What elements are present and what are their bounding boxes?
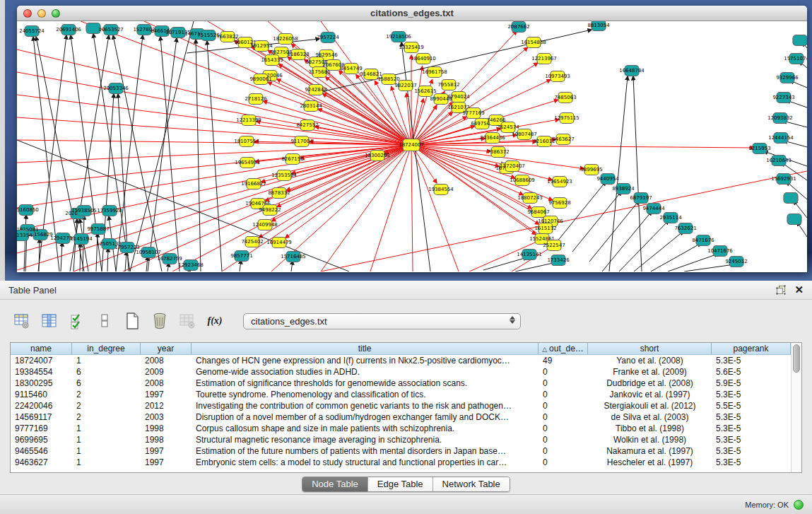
graph-node[interactable]: 9463627 [552, 134, 574, 145]
table-row[interactable]: 1938455462009Genome-wide association stu… [11, 366, 791, 378]
graph-node[interactable]: 12353594 [271, 170, 297, 181]
select-rows-icon[interactable] [68, 312, 86, 330]
table-row[interactable]: 1872400712008Changes of HCN gene express… [11, 355, 791, 366]
graph-node[interactable]: 7957224 [317, 33, 339, 43]
table-row[interactable]: 1830029562008Estimation of significance … [11, 378, 791, 389]
table-row[interactable]: 977716911998Corpus callosum shape and si… [11, 423, 791, 434]
graph-node[interactable]: 24055724 [19, 26, 45, 37]
graph-node[interactable]: 8813054 [587, 21, 610, 31]
column-header-short[interactable]: short [588, 343, 712, 354]
graph-node[interactable]: 25160850 [17, 205, 39, 216]
graph-node[interactable]: 18640910 [411, 54, 436, 64]
graph-node[interactable]: 7955812 [437, 80, 459, 90]
show-columns-icon[interactable] [40, 312, 59, 330]
graph-node[interactable]: 10973493 [545, 71, 570, 82]
graph-node[interactable]: 7485063 [554, 93, 576, 103]
table-row[interactable]: 969969511998Structural magnetic resonanc… [11, 434, 791, 445]
table-header-row: namein_degreeyeartitle△out_de…shortpager… [11, 343, 791, 355]
table-row[interactable]: 911546021997Tourette syndrome. Phenomeno… [11, 389, 791, 400]
graph-node[interactable]: 9227343 [772, 93, 794, 103]
graph-node[interactable]: 10688609 [510, 175, 535, 186]
network-canvas[interactable]: 7663822986012559129541822605898275091654… [17, 21, 807, 271]
scrollbar-thumb[interactable] [793, 344, 800, 373]
graph-node[interactable]: 17359928 [97, 206, 122, 216]
graph-node[interactable]: 19166827 [241, 179, 266, 189]
graph-node[interactable]: 9756928 [548, 198, 570, 209]
graph-node[interactable] [793, 35, 807, 46]
network-window-titlebar[interactable]: citations_edges.txt [17, 6, 807, 21]
column-header-name[interactable]: name [11, 343, 72, 354]
graph-node[interactable]: 16648784 [619, 66, 645, 76]
graph-node-label: 7955812 [437, 82, 459, 88]
graph-node[interactable]: 12444154 [768, 133, 794, 144]
tab-edge-table[interactable]: Edge Table [368, 477, 433, 491]
graph-node[interactable]: 9440954 [596, 174, 619, 185]
graph-node[interactable]: 15692931 [771, 174, 796, 185]
tab-network-table[interactable]: Network Table [433, 477, 510, 491]
column-header-pagerank[interactable]: pagerank [712, 343, 791, 354]
close-panel-icon[interactable]: ✕ [794, 285, 804, 295]
graph-node[interactable]: 2935114 [659, 213, 682, 223]
table-row[interactable]: 946554611997Estimation of the future num… [11, 445, 791, 457]
graph-node[interactable]: 8938924 [612, 184, 635, 194]
graph-node[interactable]: 8471676 [692, 235, 714, 246]
graph-node[interactable]: 12213967 [531, 54, 557, 64]
graph-node[interactable]: 7632621 [674, 223, 696, 234]
graph-node[interactable]: 10653527 [98, 25, 124, 35]
graph-node[interactable]: 2087662 [507, 22, 529, 33]
black-edge [160, 37, 180, 271]
graph-node[interactable]: 19654933 [235, 158, 260, 168]
table-row[interactable]: 946362711997Embryonic stem cells: a mode… [11, 457, 791, 468]
float-panel-icon[interactable] [776, 285, 786, 295]
table-cell: Yano et al. (2008) [588, 355, 712, 366]
graph-node[interactable]: 12975115 [554, 113, 579, 124]
graph-node[interactable]: 6879197 [630, 193, 652, 204]
new-column-icon[interactable] [123, 312, 141, 330]
table-cell: 9777169 [11, 423, 72, 434]
red-edge [411, 145, 552, 180]
table-row[interactable]: 1456911722003Disruption of a novel membe… [11, 411, 791, 423]
graph-node[interactable]: 2718126 [245, 94, 267, 105]
graph-node[interactable]: 19384554 [428, 185, 454, 195]
graph-node[interactable]: 16154838 [521, 37, 546, 48]
graph-node[interactable]: 12093832 [767, 113, 793, 124]
tab-node-table[interactable]: Node Table [302, 477, 368, 491]
graph-node[interactable]: 9857771 [230, 251, 252, 262]
graph-node[interactable]: 7425402 [241, 237, 263, 247]
graph-node[interactable]: 9899695 [580, 165, 602, 175]
graph-node[interactable]: 15751074 [784, 54, 807, 64]
table-row[interactable]: 2242004622012Investigating the contribut… [11, 400, 791, 411]
graph-node[interactable]: 20691406 [56, 25, 81, 35]
graph-node[interactable]: 1562615 [414, 86, 436, 97]
graph-node-label: 12975115 [554, 115, 579, 121]
column-header-in_degree[interactable]: in_degree [72, 343, 141, 354]
delete-column-icon[interactable] [151, 312, 169, 330]
graph-node[interactable]: 16961758 [422, 67, 447, 78]
graph-node-label: 9463627 [552, 136, 574, 142]
graph-node[interactable]: 16210643 [766, 156, 792, 166]
table-cell: Corpus callosum shape and size in male p… [192, 423, 539, 434]
table-mode-icon[interactable] [13, 312, 31, 330]
table-cell: 9699695 [11, 434, 72, 445]
graph-node[interactable]: 19654923 [547, 177, 572, 187]
graph-node[interactable] [784, 193, 798, 204]
table-selector-dropdown[interactable]: citations_edges.txt [243, 313, 521, 329]
graph-node[interactable]: 10471676 [707, 246, 733, 257]
column-header-out_degree[interactable]: △out_de… [539, 343, 588, 354]
graph-node[interactable]: 9329966 [776, 73, 799, 83]
graph-node[interactable]: 19218506 [386, 32, 411, 42]
graph-node[interactable] [787, 214, 801, 225]
graph-node[interactable]: 9474444 [642, 204, 665, 214]
graph-node[interactable]: 18226058 [273, 34, 298, 45]
table-cell: Estimation of significance thresholds fo… [192, 378, 539, 389]
function-builder-icon[interactable]: f(x) [206, 312, 224, 330]
black-edge [602, 211, 652, 271]
column-header-year[interactable]: year [141, 343, 192, 354]
network-graph[interactable]: 7663822986012559129541822605898275091654… [17, 21, 807, 271]
graph-node[interactable]: 14135141 [517, 250, 542, 260]
column-header-title[interactable]: title [192, 343, 539, 354]
graph-node-label: 9242848 [305, 87, 326, 93]
row-view-icon[interactable] [95, 312, 114, 330]
graph-node[interactable]: 18107554 [234, 136, 259, 147]
vertical-scrollbar[interactable] [791, 343, 801, 472]
